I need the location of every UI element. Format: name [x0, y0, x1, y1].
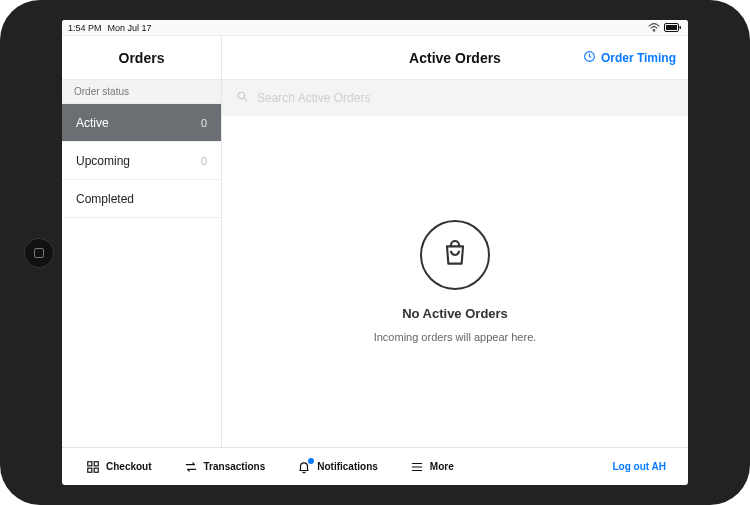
svg-rect-7: [94, 461, 98, 465]
menu-icon: [410, 460, 424, 474]
clock-icon: [583, 50, 596, 66]
svg-rect-3: [680, 26, 682, 29]
sidebar-item-label: Completed: [76, 192, 134, 206]
logout-button[interactable]: Log out AH: [600, 461, 678, 472]
status-bar: 1:54 PM Mon Jul 17: [62, 20, 688, 36]
order-timing-label: Order Timing: [601, 51, 676, 65]
sidebar-item-label: Upcoming: [76, 154, 130, 168]
empty-state: No Active Orders Incoming orders will ap…: [222, 116, 688, 447]
sidebar-title: Orders: [62, 36, 221, 80]
sidebar: Orders Order status Active 0 Upcoming 0 …: [62, 36, 222, 447]
bottom-tab-bar: Checkout Transactions Notifications: [62, 447, 688, 485]
empty-state-icon-circle: [420, 220, 490, 290]
tab-notifications[interactable]: Notifications: [283, 448, 392, 485]
sidebar-item-active[interactable]: Active 0: [62, 104, 221, 142]
tablet-frame: 1:54 PM Mon Jul 17 Orders Order status A…: [0, 0, 750, 505]
svg-rect-2: [666, 25, 677, 30]
empty-state-subtitle: Incoming orders will appear here.: [374, 331, 537, 343]
grid-icon: [86, 460, 100, 474]
tab-label: Notifications: [317, 461, 378, 472]
shopping-bag-icon: [439, 237, 471, 273]
bell-icon: [297, 460, 311, 474]
tab-label: Transactions: [204, 461, 266, 472]
svg-rect-9: [94, 468, 98, 472]
page-title: Active Orders: [409, 50, 501, 66]
sidebar-item-count: 0: [201, 155, 207, 167]
screen: 1:54 PM Mon Jul 17 Orders Order status A…: [62, 20, 688, 485]
status-date: Mon Jul 17: [108, 23, 152, 33]
wifi-icon: [648, 23, 660, 32]
status-time: 1:54 PM: [68, 23, 102, 33]
sidebar-item-label: Active: [76, 116, 109, 130]
logout-label: Log out AH: [612, 461, 666, 472]
tab-checkout[interactable]: Checkout: [72, 448, 166, 485]
svg-point-0: [653, 30, 655, 32]
sidebar-item-upcoming[interactable]: Upcoming 0: [62, 142, 221, 180]
tab-more[interactable]: More: [396, 448, 468, 485]
battery-icon: [664, 23, 682, 32]
search-bar[interactable]: [222, 80, 688, 116]
empty-state-title: No Active Orders: [402, 306, 508, 321]
tab-transactions[interactable]: Transactions: [170, 448, 280, 485]
tab-label: More: [430, 461, 454, 472]
svg-point-5: [238, 92, 245, 99]
sidebar-section-label: Order status: [62, 80, 221, 104]
main-panel: Active Orders Order Timing: [222, 36, 688, 447]
home-button[interactable]: [24, 238, 54, 268]
sidebar-item-completed[interactable]: Completed: [62, 180, 221, 218]
transfer-icon: [184, 460, 198, 474]
notification-dot: [308, 458, 314, 464]
search-icon: [236, 89, 249, 107]
svg-rect-8: [88, 468, 92, 472]
tab-label: Checkout: [106, 461, 152, 472]
order-timing-button[interactable]: Order Timing: [583, 36, 676, 79]
svg-rect-6: [88, 461, 92, 465]
search-input[interactable]: [257, 91, 674, 105]
sidebar-item-count: 0: [201, 117, 207, 129]
main-header: Active Orders Order Timing: [222, 36, 688, 80]
